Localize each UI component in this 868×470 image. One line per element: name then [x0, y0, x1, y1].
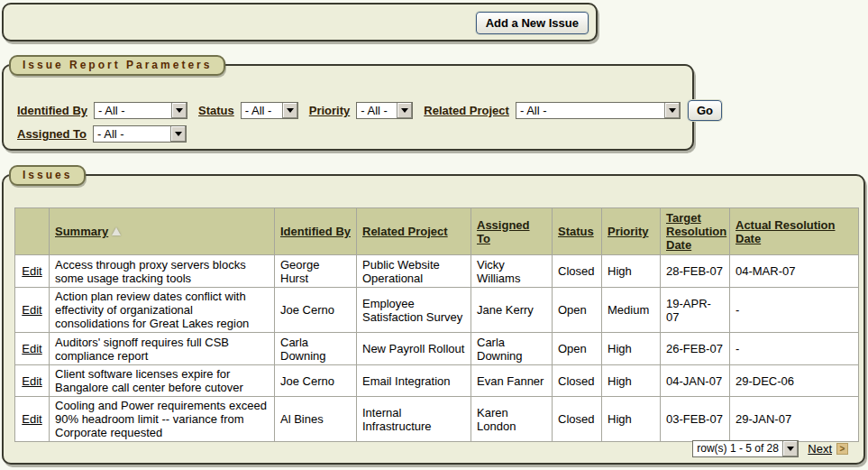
- cell-actual-resolution-date: -: [730, 288, 859, 333]
- cell-related-project: Employee Satisfaction Survey: [357, 288, 471, 333]
- row-range-select[interactable]: row(s) 1 - 5 of 28: [692, 440, 799, 457]
- cell-assigned-to: Vicky Williams: [471, 255, 553, 288]
- column-header-summary: Summary: [50, 208, 275, 255]
- edit-link[interactable]: Edit: [22, 264, 41, 278]
- assigned-to-label[interactable]: Assigned To: [17, 127, 87, 141]
- column-header-edit: [15, 208, 50, 255]
- identified-by-select[interactable]: - All -: [94, 102, 187, 119]
- target-resolution-date-sort-link[interactable]: Target Resolution Date: [666, 211, 726, 252]
- cell-actual-resolution-date: 29-JAN-07: [730, 397, 859, 442]
- cell-actual-resolution-date: -: [730, 333, 859, 365]
- cell-target-resolution-date: 19-APR-07: [661, 288, 730, 333]
- cell-assigned-to: Karen London: [471, 397, 553, 442]
- cell-edit: Edit: [15, 365, 50, 397]
- related-project-group: Related Project - All -: [424, 102, 681, 119]
- assigned-to-group: Assigned To - All -: [17, 125, 187, 143]
- edit-link[interactable]: Edit: [22, 303, 41, 317]
- summary-sort-link[interactable]: Summary: [55, 225, 108, 238]
- add-new-issue-button[interactable]: Add a New Issue: [476, 12, 589, 34]
- identified-by-group: Identified By - All -: [17, 102, 187, 119]
- column-header-priority: Priority: [602, 208, 661, 255]
- go-button[interactable]: Go: [688, 100, 722, 121]
- cell-related-project: New Payroll Rollout: [357, 333, 471, 365]
- parameters-row-1: Identified By - All - Status - All - Pri…: [17, 100, 722, 121]
- row-range-value: row(s) 1 - 5 of 28: [693, 441, 782, 456]
- cell-summary: Action plan review dates conflict with e…: [50, 288, 275, 333]
- identified-by-value: - All -: [95, 103, 171, 118]
- cell-priority: High: [602, 255, 661, 288]
- table-row: Edit Client software licenses expire for…: [15, 365, 859, 397]
- dropdown-arrow-icon: [782, 441, 798, 456]
- cell-assigned-to: Evan Fanner: [471, 365, 553, 397]
- cell-edit: Edit: [15, 288, 50, 333]
- column-header-target-resolution-date: Target Resolution Date: [661, 208, 730, 255]
- cell-identified-by: Joe Cerno: [275, 365, 357, 397]
- table-row: Edit Cooling and Power requirements exce…: [15, 397, 859, 442]
- next-arrow-icon[interactable]: >: [836, 443, 848, 455]
- column-header-assigned-to: Assigned To: [471, 208, 553, 255]
- assigned-to-sort-link[interactable]: Assigned To: [477, 218, 530, 245]
- related-project-value: - All -: [516, 103, 664, 118]
- table-row: Edit Auditors' signoff requires full CSB…: [15, 333, 859, 365]
- related-project-label[interactable]: Related Project: [424, 104, 509, 117]
- table-row: Edit Access through proxy servers blocks…: [15, 255, 859, 288]
- cell-priority: High: [602, 365, 661, 397]
- sort-asc-icon: [112, 227, 121, 235]
- cell-priority: High: [602, 397, 661, 442]
- issue-report-parameters-region: Identified By - All - Status - All - Pri…: [2, 64, 694, 151]
- column-header-identified-by: Identified By: [275, 208, 357, 255]
- status-group: Status - All -: [198, 102, 298, 119]
- cell-target-resolution-date: 03-FEB-07: [661, 397, 730, 442]
- issue-report-parameters-title: Issue Report Parameters: [9, 55, 225, 76]
- dropdown-arrow-icon: [664, 103, 680, 118]
- status-select[interactable]: - All -: [241, 102, 298, 119]
- edit-link[interactable]: Edit: [22, 342, 41, 355]
- cell-summary: Auditors' signoff requires full CSB comp…: [50, 333, 275, 365]
- status-sort-link[interactable]: Status: [558, 225, 594, 238]
- actual-resolution-date-sort-link[interactable]: Actual Resolution Date: [736, 218, 836, 245]
- cell-status: Closed: [553, 365, 602, 397]
- issues-region: Summary Identified By Related Project As…: [2, 174, 865, 465]
- toolbar-region: Add a New Issue: [2, 3, 598, 41]
- assigned-to-value: - All -: [94, 126, 170, 142]
- related-project-sort-link[interactable]: Related Project: [362, 225, 448, 238]
- status-value: - All -: [242, 103, 282, 118]
- status-label[interactable]: Status: [198, 104, 234, 117]
- cell-related-project: Public Website Operational: [357, 255, 471, 288]
- priority-group: Priority - All -: [309, 102, 414, 119]
- cell-status: Closed: [553, 397, 602, 442]
- cell-edit: Edit: [15, 397, 50, 442]
- priority-sort-link[interactable]: Priority: [608, 225, 649, 238]
- next-link[interactable]: Next: [808, 442, 832, 456]
- cell-identified-by: Joe Cerno: [275, 288, 357, 333]
- cell-summary: Client software licenses expire for Bang…: [50, 365, 275, 397]
- cell-summary: Access through proxy servers blocks some…: [50, 255, 275, 288]
- cell-identified-by: George Hurst: [275, 255, 357, 288]
- identified-by-sort-link[interactable]: Identified By: [280, 225, 351, 238]
- cell-identified-by: Carla Downing: [275, 333, 357, 365]
- table-row: Edit Action plan review dates conflict w…: [15, 288, 859, 333]
- dropdown-arrow-icon: [397, 103, 412, 118]
- priority-select[interactable]: - All -: [356, 102, 413, 119]
- dropdown-arrow-icon: [282, 103, 297, 118]
- identified-by-label[interactable]: Identified By: [17, 104, 87, 117]
- table-header-row: Summary Identified By Related Project As…: [15, 208, 859, 255]
- cell-related-project: Email Integration: [357, 365, 471, 397]
- cell-priority: Medium: [602, 288, 661, 333]
- assigned-to-select[interactable]: - All -: [93, 125, 187, 143]
- cell-assigned-to: Carla Downing: [471, 333, 553, 365]
- issues-table: Summary Identified By Related Project As…: [14, 207, 859, 442]
- cell-priority: High: [602, 333, 661, 365]
- cell-target-resolution-date: 26-FEB-07: [661, 333, 730, 365]
- related-project-select[interactable]: - All -: [516, 102, 681, 119]
- cell-actual-resolution-date: 04-MAR-07: [730, 255, 859, 288]
- priority-label[interactable]: Priority: [309, 104, 351, 117]
- column-header-status: Status: [553, 208, 602, 255]
- cell-edit: Edit: [15, 333, 50, 365]
- edit-link[interactable]: Edit: [22, 374, 41, 388]
- issues-table-body: Edit Access through proxy servers blocks…: [15, 255, 859, 442]
- edit-link[interactable]: Edit: [22, 412, 41, 426]
- priority-value: - All -: [357, 103, 397, 118]
- cell-target-resolution-date: 04-JAN-07: [661, 365, 730, 397]
- column-header-related-project: Related Project: [357, 208, 471, 255]
